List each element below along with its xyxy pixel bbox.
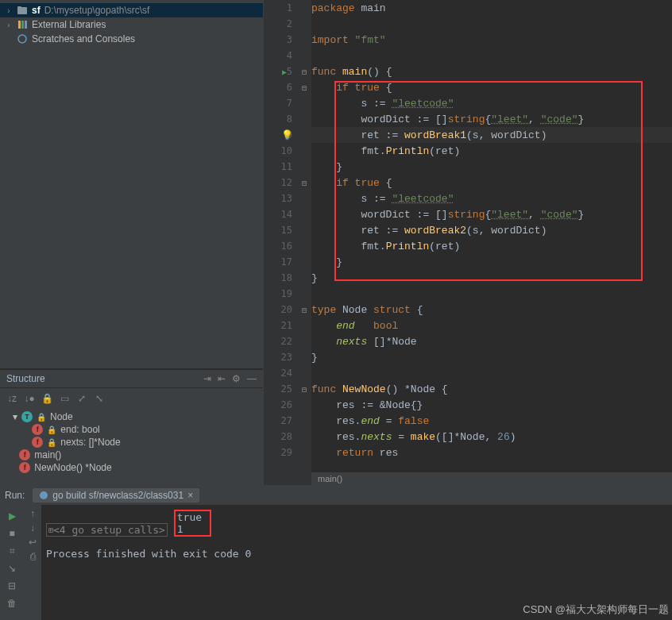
code-editor[interactable]: 12345▶⊟6⊟789💡101112⊟1314151617181920⊟212… [264,0,672,485]
structure-item[interactable]: ▾T🔒Node [0,410,263,423]
down-icon[interactable]: ↓ [30,522,35,533]
gutter-line[interactable]: 1 [264,0,311,16]
code-line[interactable]: end bool [311,318,672,333]
scratches[interactable]: › Scratches and Consoles [0,32,263,46]
structure-item[interactable]: ·f🔒end: bool [0,423,263,436]
code-line[interactable]: if true { [311,79,672,95]
gutter-line[interactable]: 25⊟ [264,381,311,397]
gutter-line[interactable]: 24 [264,365,311,381]
gutter-line[interactable]: 7 [264,95,311,111]
external-libraries[interactable]: › External Libraries [0,17,263,32]
gutter-line[interactable]: 14 [264,206,311,222]
gutter-line[interactable]: 6⊟ [264,79,311,95]
hide-icon[interactable]: — [247,373,257,384]
breadcrumb[interactable]: main() [311,472,672,485]
code-line[interactable]: } [311,254,672,270]
gutter-line[interactable]: 18 [264,270,311,286]
gutter-line[interactable]: 10 [264,143,311,159]
sort-alpha-icon[interactable]: ↓z [5,391,19,406]
gutter-line[interactable]: 20⊟ [264,302,311,318]
stop-icon[interactable]: ■ [4,526,20,541]
fold-icon[interactable]: ⊟ [302,385,307,394]
gutter-line[interactable]: 28 [264,429,311,445]
code-line[interactable]: s := "leetcode" [311,95,672,111]
code-line[interactable]: ret := wordBreak2(s, wordDict) [311,222,672,238]
code-line[interactable]: fmt.Println(ret) [311,238,672,254]
code-line[interactable]: func NewNode() *Node { [311,381,672,397]
gutter-line[interactable]: 3 [264,32,311,48]
code-line[interactable]: fmt.Println(ret) [311,143,672,159]
gutter-line[interactable]: 26 [264,397,311,413]
code-line[interactable]: nexts []*Node [311,333,672,349]
fold-icon[interactable]: ⊟ [302,83,307,92]
fold-icon[interactable]: ⊟ [302,67,307,76]
expand-all-icon[interactable]: ⤢ [75,391,89,406]
code-line[interactable]: ret := wordBreak1(s, wordDict) [311,127,672,143]
structure-item-label: Node [50,411,73,422]
gear-icon[interactable]: ⚙ [232,373,241,384]
code-line[interactable]: res.end = false [311,413,672,429]
gutter-line[interactable]: 21 [264,318,311,333]
gutter-line[interactable]: 11 [264,159,311,175]
close-icon[interactable]: × [187,490,193,501]
gutter-line[interactable]: 15 [264,222,311,238]
expand-icon[interactable]: ⇤ [218,373,226,384]
up-icon[interactable]: ↑ [30,508,35,519]
structure-item[interactable]: ·fNewNode() *Node [0,461,263,474]
code-line[interactable]: } [311,159,672,175]
gutter-line[interactable]: 2 [264,16,311,32]
project-tree[interactable]: › sf D:\mysetup\gopath\src\sf › External… [0,0,263,369]
fold-icon[interactable]: ⊟ [302,179,307,187]
rerun-icon[interactable]: ▶ [4,508,20,524]
code-line[interactable]: package main [311,0,672,16]
gutter-line[interactable]: 29 [264,445,311,460]
structure-item[interactable]: ·fmain() [0,449,263,461]
gutter-line[interactable]: 5▶⊟ [264,64,311,79]
fold-icon[interactable]: ⊟ [302,306,307,314]
gutter-line[interactable]: 19 [264,286,311,302]
gutter-line[interactable]: 8 [264,111,311,127]
gutter-line[interactable]: 9💡 [264,127,311,143]
gutter-line[interactable]: 12⊟ [264,175,311,191]
gutter-line[interactable]: 17 [264,254,311,270]
run-gutter-icon[interactable]: ▶ [282,67,287,76]
code-line[interactable] [311,48,672,64]
gutter-line[interactable]: 16 [264,238,311,254]
code-line[interactable]: res.nexts = make([]*Node, 26) [311,429,672,445]
code-line[interactable] [311,286,672,302]
code-line[interactable]: return res [311,445,672,460]
code-line[interactable]: type Node struct { [311,302,672,318]
run-tab[interactable]: go build sf/newclass2/class031 × [33,488,199,503]
gutter-line[interactable]: 27 [264,413,311,429]
code-line[interactable] [311,16,672,32]
wrap-icon[interactable]: ↩ [29,537,37,548]
code-line[interactable]: if true { [311,175,672,191]
project-root[interactable]: › sf D:\mysetup\gopath\src\sf [0,3,263,17]
bulb-icon[interactable]: 💡 [281,129,293,141]
code-line[interactable]: } [311,349,672,365]
trash-icon[interactable]: 🗑 [4,595,20,611]
code-line[interactable]: wordDict := []string{"leet", "code"} [311,111,672,127]
code-line[interactable]: } [311,270,672,286]
code-line[interactable]: wordDict := []string{"leet", "code"} [311,206,672,222]
collapse-all-icon[interactable]: ⤡ [92,391,106,406]
gutter-line[interactable]: 13 [264,191,311,206]
structure-item[interactable]: ·f🔒nexts: []*Node [0,436,263,449]
collapse-icon[interactable]: ⇥ [203,373,211,384]
lock-icon[interactable]: 🔒 [40,391,54,406]
code-line[interactable]: import "fmt" [311,32,672,48]
code-line[interactable]: res := &Node{} [311,397,672,413]
folder-icon [17,5,28,16]
analyze-icon[interactable]: ⌗ [4,543,20,559]
code-line[interactable]: func main() { [311,64,672,79]
code-line[interactable] [311,365,672,381]
code-line[interactable]: s := "leetcode" [311,191,672,206]
layout-icon[interactable]: ⊟ [4,578,20,594]
sort-vis-icon[interactable]: ↓● [22,391,37,406]
gutter-line[interactable]: 22 [264,333,311,349]
gutter-line[interactable]: 4 [264,48,311,64]
folder-icon[interactable]: ▭ [57,391,71,406]
exit-icon[interactable]: ↘ [4,560,20,576]
gutter-line[interactable]: 23 [264,349,311,365]
print-icon[interactable]: ⎙ [30,551,36,562]
